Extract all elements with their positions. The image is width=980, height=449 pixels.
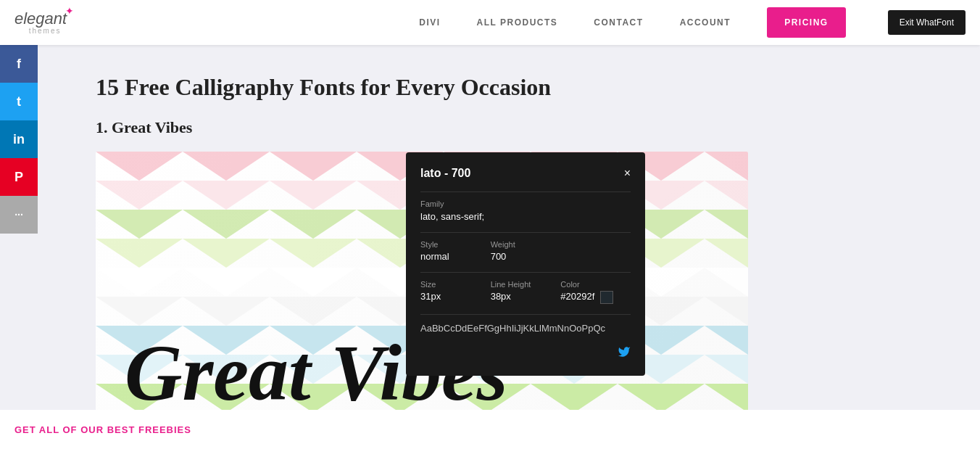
logo-star-icon: ✦ [65,5,74,17]
logo-text: elegant [14,11,67,27]
family-value: lato, sans-serif; [420,211,631,222]
section-title: 1. Great Vibes [96,118,980,137]
popup-divider-2 [420,232,631,233]
popup-style-grid: Style normal Weight 700 [420,240,631,262]
color-label: Color [560,280,631,289]
nav-item-contact[interactable]: CONTACT [594,17,643,28]
header: elegant ✦ themes DIVI ALL PRODUCTS CONTA… [0,0,980,45]
popup-metrics-grid: Size 31px Line Height 38px Color #20292f [420,280,631,304]
popup-divider-1 [420,191,631,192]
popup-title: lato - 700 [420,167,470,180]
whatfont-popup: lato - 700 × Family lato, sans-serif; St… [406,152,645,376]
style-item: Style normal [420,240,491,262]
popup-header: lato - 700 × [420,167,631,180]
style-value: normal [420,251,491,262]
size-label: Size [420,280,491,289]
logo-subtitle: themes [29,27,62,35]
bottom-banner[interactable]: GET ALL OF OUR BEST FREEBIES [0,410,980,449]
weight-label: Weight [491,240,561,249]
bottom-banner-text: GET ALL OF OUR BEST FREEBIES [14,424,191,435]
weight-item: Weight 700 [491,240,561,262]
weight-value: 700 [491,251,561,262]
popup-alphabet: AaBbCcDdEeFfGgHhIiJjKkLlMmNnOoPpQc [420,322,631,335]
main-content: 15 Free Calligraphy Fonts for Every Occa… [0,45,980,420]
line-height-label: Line Height [491,280,561,289]
color-value: #20292f [560,291,631,304]
nav-item-account[interactable]: ACCOUNT [680,17,731,28]
pricing-button[interactable]: PRICING [767,7,846,38]
logo: elegant ✦ themes [14,11,75,35]
nav-item-divi[interactable]: DIVI [419,17,440,28]
family-label: Family [420,199,631,208]
popup-divider-4 [420,314,631,315]
page-title: 15 Free Calligraphy Fonts for Every Occa… [96,74,980,101]
color-swatch [600,291,613,304]
line-height-value: 38px [491,291,561,302]
popup-divider-3 [420,272,631,273]
popup-close-button[interactable]: × [624,167,631,180]
main-nav: DIVI ALL PRODUCTS CONTACT ACCOUNT PRICIN… [419,7,966,38]
twitter-share-icon[interactable] [618,345,631,361]
exit-whatfont-button[interactable]: Exit WhatFont [888,10,966,35]
style-label: Style [420,240,491,249]
color-item: Color #20292f [560,280,631,304]
size-item: Size 31px [420,280,491,304]
line-height-item: Line Height 38px [491,280,561,304]
article-content: 15 Free Calligraphy Fonts for Every Occa… [81,45,980,420]
popup-footer [420,345,631,361]
size-value: 31px [420,291,491,302]
nav-item-all-products[interactable]: ALL PRODUCTS [477,17,558,28]
